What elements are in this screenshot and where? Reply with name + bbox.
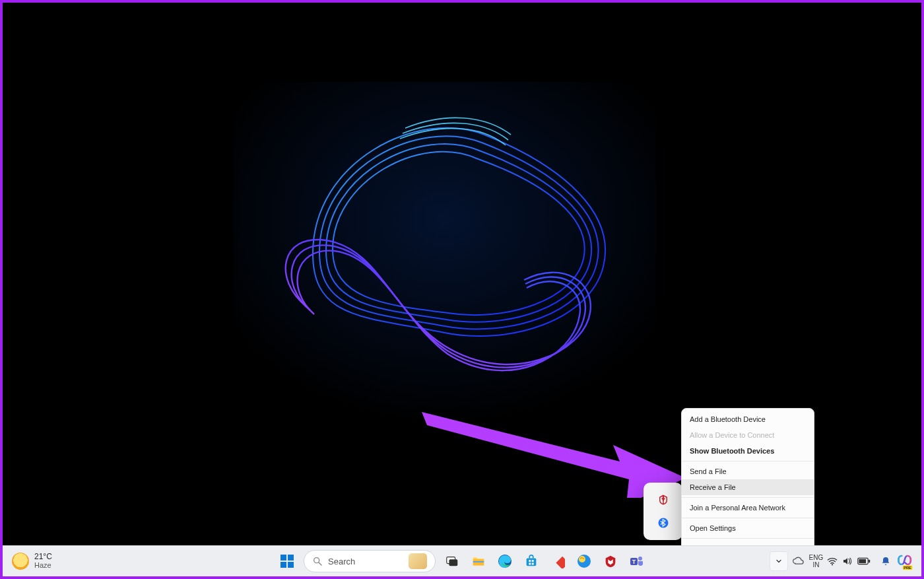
weather-condition: Haze bbox=[34, 561, 52, 570]
svg-rect-28 bbox=[859, 559, 867, 563]
onedrive-tray-icon[interactable] bbox=[792, 557, 805, 566]
svg-rect-27 bbox=[869, 560, 870, 563]
svg-point-7 bbox=[314, 558, 319, 563]
tray-overflow-button[interactable] bbox=[770, 551, 788, 571]
svg-rect-4 bbox=[288, 555, 294, 561]
svg-rect-16 bbox=[532, 560, 534, 562]
svg-rect-11 bbox=[473, 559, 484, 565]
svg-rect-19 bbox=[556, 557, 565, 568]
bell-icon bbox=[880, 556, 891, 566]
weather-text: 21°C Haze bbox=[34, 553, 52, 570]
clock-date[interactable] bbox=[874, 553, 876, 569]
svg-point-21 bbox=[579, 556, 585, 562]
menu-separator bbox=[682, 497, 814, 498]
notifications-button[interactable] bbox=[880, 556, 891, 566]
taskbar-right: ENG IN PRE bbox=[770, 546, 921, 576]
bluetooth-tray-icon[interactable] bbox=[657, 516, 670, 529]
copilot-button[interactable]: PRE bbox=[895, 551, 915, 571]
svg-rect-18 bbox=[532, 563, 534, 565]
battery-icon bbox=[857, 557, 871, 565]
menu-item-add-device[interactable]: Add a Bluetooth Device bbox=[682, 411, 814, 427]
menu-item-receive-file[interactable]: Receive a File bbox=[682, 479, 814, 495]
app-red-diamond-button[interactable] bbox=[545, 549, 570, 574]
svg-text:T: T bbox=[632, 559, 636, 565]
svg-rect-0 bbox=[234, 82, 656, 425]
svg-rect-6 bbox=[288, 562, 294, 568]
menu-item-join-pan[interactable]: Join a Personal Area Network bbox=[682, 500, 814, 516]
menu-separator bbox=[682, 538, 814, 539]
menu-item-open-settings[interactable]: Open Settings bbox=[682, 520, 814, 536]
quick-settings-button[interactable] bbox=[827, 557, 871, 566]
svg-rect-5 bbox=[280, 562, 286, 568]
language-indicator[interactable]: ENG IN bbox=[809, 554, 824, 568]
menu-item-send-file[interactable]: Send a File bbox=[682, 463, 814, 479]
mcafee-app-button[interactable] bbox=[598, 549, 623, 574]
search-highlight-image bbox=[409, 553, 427, 569]
svg-rect-14 bbox=[527, 558, 537, 566]
search-placeholder: Search bbox=[328, 557, 355, 566]
microsoft-store-button[interactable] bbox=[519, 549, 544, 574]
language-top: ENG bbox=[809, 554, 824, 561]
menu-item-allow-connect: Allow a Device to Connect bbox=[682, 427, 814, 443]
edge-browser-button[interactable] bbox=[492, 549, 517, 574]
mcafee-tray-icon[interactable] bbox=[657, 493, 670, 506]
menu-item-show-devices[interactable]: Show Bluetooth Devices bbox=[682, 443, 814, 459]
file-explorer-button[interactable] bbox=[466, 549, 491, 574]
clock-time bbox=[874, 553, 876, 561]
clock-date-line bbox=[874, 561, 876, 569]
task-view-button[interactable] bbox=[440, 549, 465, 574]
desktop-wallpaper[interactable]: Add a Bluetooth Device Allow a Device to… bbox=[3, 3, 921, 545]
svg-point-24 bbox=[638, 557, 642, 561]
language-bottom: IN bbox=[812, 561, 819, 568]
start-button[interactable] bbox=[275, 549, 300, 574]
volume-icon bbox=[842, 557, 853, 566]
menu-separator bbox=[682, 518, 814, 518]
svg-rect-17 bbox=[529, 563, 531, 565]
svg-point-25 bbox=[832, 564, 833, 565]
pinned-apps: T bbox=[440, 549, 649, 574]
weather-widget[interactable]: 21°C Haze bbox=[3, 546, 59, 576]
search-icon bbox=[312, 556, 323, 566]
app-globe-button[interactable] bbox=[572, 549, 597, 574]
svg-rect-12 bbox=[473, 561, 484, 562]
menu-item-remove-icon[interactable]: Remove Icon bbox=[682, 541, 814, 545]
taskbar-center: Search bbox=[275, 546, 649, 576]
wifi-icon bbox=[827, 557, 838, 566]
wallpaper-graphic bbox=[234, 82, 656, 425]
chevron-down-icon bbox=[775, 557, 783, 565]
copilot-icon: PRE bbox=[896, 553, 913, 570]
taskbar-search[interactable]: Search bbox=[304, 550, 436, 572]
svg-rect-10 bbox=[449, 559, 457, 566]
weather-temperature: 21°C bbox=[34, 553, 52, 561]
svg-line-8 bbox=[319, 562, 321, 565]
taskbar: 21°C Haze Search bbox=[3, 545, 921, 576]
windows-logo-icon bbox=[279, 553, 295, 569]
bluetooth-context-menu: Add a Bluetooth Device Allow a Device to… bbox=[681, 408, 814, 545]
teams-button[interactable]: T bbox=[624, 549, 649, 574]
svg-rect-15 bbox=[529, 560, 531, 562]
svg-text:PRE: PRE bbox=[904, 566, 911, 570]
svg-rect-3 bbox=[280, 555, 286, 561]
tray-overflow-popup[interactable] bbox=[644, 483, 682, 540]
menu-separator bbox=[682, 461, 814, 461]
weather-icon bbox=[12, 553, 29, 570]
